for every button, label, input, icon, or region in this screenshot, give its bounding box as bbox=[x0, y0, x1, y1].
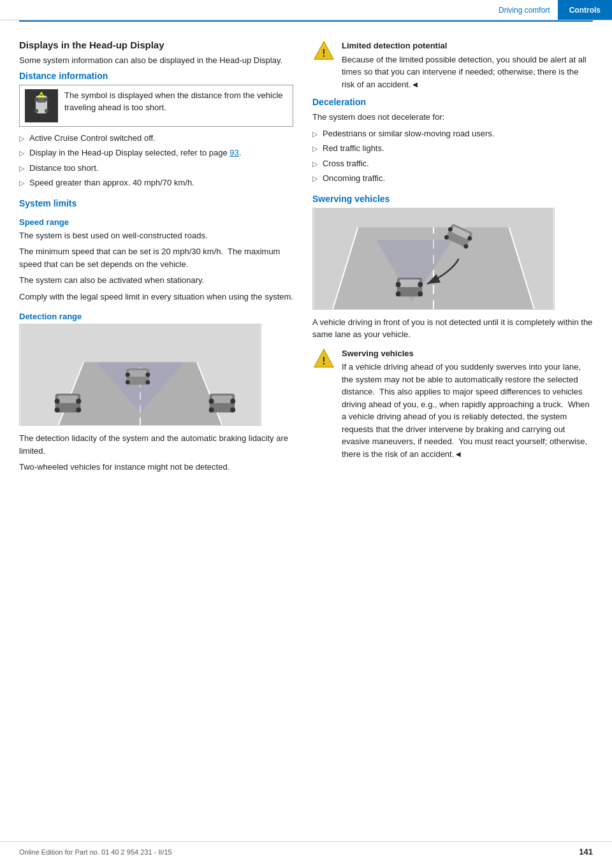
distance-symbol-svg: ! bbox=[27, 92, 56, 120]
svg-rect-1 bbox=[37, 98, 46, 103]
page-footer: Online Edition for Part no. 01 40 2 954 … bbox=[0, 841, 612, 857]
svg-point-23 bbox=[145, 373, 150, 377]
svg-text:!: ! bbox=[322, 48, 325, 59]
svg-point-5 bbox=[45, 109, 48, 113]
distance-info-icon: ! bbox=[25, 89, 58, 122]
speed-range-para3: The system can also be activated when st… bbox=[19, 274, 293, 287]
svg-point-18 bbox=[55, 407, 60, 412]
main-content: Displays in the Head-up Display Some sys… bbox=[0, 22, 612, 496]
swerving-vehicles-image bbox=[312, 208, 555, 310]
bullet-arrow-icon: ▷ bbox=[312, 143, 317, 154]
system-limits-title: System limits bbox=[19, 198, 293, 208]
svg-point-24 bbox=[126, 380, 130, 384]
svg-point-16 bbox=[55, 399, 60, 404]
left-column: Displays in the Head-up Display Some sys… bbox=[19, 40, 293, 477]
svg-rect-15 bbox=[58, 396, 78, 403]
speed-range-para2: The minimum speed that can be set is 20 … bbox=[19, 245, 293, 270]
distance-bullets: ▷ Active Cruise Control switched off. ▷ … bbox=[19, 132, 293, 189]
bullet-item: ▷ Oncoming traffic. bbox=[312, 172, 593, 185]
swerving-vehicles-warning: ! Swerving vehicles If a vehicle driving… bbox=[312, 347, 593, 461]
swerving-vehicles-svg bbox=[313, 208, 554, 309]
header-driving-comfort: Driving comfort bbox=[491, 6, 558, 15]
page-heading-intro: Some system information can also be disp… bbox=[19, 54, 293, 67]
detection-range-svg bbox=[20, 324, 261, 425]
page-heading: Displays in the Head-up Display bbox=[19, 40, 293, 50]
bullet-item: ▷ Active Cruise Control switched off. bbox=[19, 132, 293, 145]
svg-point-2 bbox=[34, 98, 38, 101]
distance-info-box: ! The symbol is displayed when the dista… bbox=[19, 85, 293, 127]
bullet-item: ▷ Distance too short. bbox=[19, 162, 293, 175]
speed-range-para1: The system is best used on well-construc… bbox=[19, 229, 293, 242]
swerving-vehicles-title: Swerving vehicles bbox=[312, 194, 593, 204]
deceleration-bullets: ▷ Pedestrians or similar slow-moving roa… bbox=[312, 127, 593, 185]
bullet-arrow-icon: ▷ bbox=[19, 178, 24, 189]
speed-range-subtitle: Speed range bbox=[19, 217, 293, 227]
bullet-item: ▷ Speed greater than approx. 40 mph/70 k… bbox=[19, 177, 293, 189]
swerving-warning-triangle-icon: ! bbox=[312, 347, 335, 370]
svg-text:!: ! bbox=[322, 356, 325, 366]
right-column: ! Limited detection potential Because of… bbox=[312, 40, 593, 477]
detection-range-subtitle: Detection range bbox=[19, 312, 293, 321]
distance-information-title: Distance information bbox=[19, 71, 293, 81]
bullet-arrow-icon: ▷ bbox=[312, 159, 317, 170]
svg-point-43 bbox=[418, 282, 423, 287]
svg-point-22 bbox=[126, 373, 130, 377]
limited-detection-warning: ! Limited detection potential Because of… bbox=[312, 40, 593, 90]
detection-range-image bbox=[19, 324, 261, 426]
header-controls: Controls bbox=[558, 0, 612, 20]
bullet-item: ▷ Cross traffic. bbox=[312, 157, 593, 170]
svg-rect-41 bbox=[400, 279, 420, 287]
svg-point-42 bbox=[396, 282, 401, 287]
swerving-warning-text: Swerving vehicles If a vehicle driving a… bbox=[342, 347, 593, 461]
bullet-arrow-icon: ▷ bbox=[312, 173, 317, 184]
bullet-arrow-icon: ▷ bbox=[19, 163, 24, 174]
bullet-arrow-icon: ▷ bbox=[19, 133, 24, 144]
detection-range-para2: Two-wheeled vehicles for instance might … bbox=[19, 461, 293, 474]
bullet-item: ▷ Pedestrians or similar slow-moving roa… bbox=[312, 127, 593, 140]
svg-point-4 bbox=[34, 109, 38, 113]
svg-point-31 bbox=[230, 407, 235, 412]
svg-point-3 bbox=[45, 98, 48, 101]
deceleration-intro: The system does not decelerate for: bbox=[312, 111, 593, 124]
warning-triangle-icon: ! bbox=[312, 40, 335, 62]
page-link[interactable]: 93 bbox=[229, 148, 238, 157]
svg-point-45 bbox=[418, 291, 423, 296]
speed-range-para4: Comply with the legal speed limit in eve… bbox=[19, 291, 293, 303]
page-number: 141 bbox=[579, 847, 593, 857]
footer-edition: Online Edition for Part no. 01 40 2 954 … bbox=[19, 848, 172, 856]
swerving-vehicles-para1: A vehicle driving in front of you is not… bbox=[312, 316, 593, 341]
distance-info-description: The symbol is displayed when the distanc… bbox=[64, 89, 288, 114]
svg-point-30 bbox=[209, 407, 214, 412]
limited-detection-text: Limited detection potential Because of t… bbox=[342, 40, 593, 90]
detection-range-para1: The detection lidacity of the system and… bbox=[19, 432, 293, 457]
svg-point-25 bbox=[145, 380, 150, 384]
bullet-item: ▷ Red traffic lights. bbox=[312, 142, 593, 155]
svg-rect-27 bbox=[212, 396, 233, 403]
svg-point-19 bbox=[76, 407, 81, 412]
page-header: Driving comfort Controls bbox=[0, 0, 612, 20]
bullet-arrow-icon: ▷ bbox=[19, 148, 24, 159]
svg-point-17 bbox=[76, 399, 81, 404]
limited-detection-title: Limited detection potential bbox=[342, 40, 593, 52]
bullet-arrow-icon: ▷ bbox=[312, 129, 317, 140]
bullet-item: ▷ Display in the Head-up Display selecte… bbox=[19, 147, 293, 159]
svg-point-29 bbox=[230, 399, 235, 404]
svg-rect-21 bbox=[128, 370, 147, 377]
deceleration-title: Deceleration bbox=[312, 97, 593, 107]
svg-point-44 bbox=[396, 291, 401, 296]
limited-detection-body: Because of the limited possible detectio… bbox=[342, 55, 586, 89]
svg-point-28 bbox=[209, 399, 214, 404]
swerving-warning-body: If a vehicle driving ahead of you sudden… bbox=[342, 362, 590, 459]
swerving-warning-title: Swerving vehicles bbox=[342, 347, 593, 360]
